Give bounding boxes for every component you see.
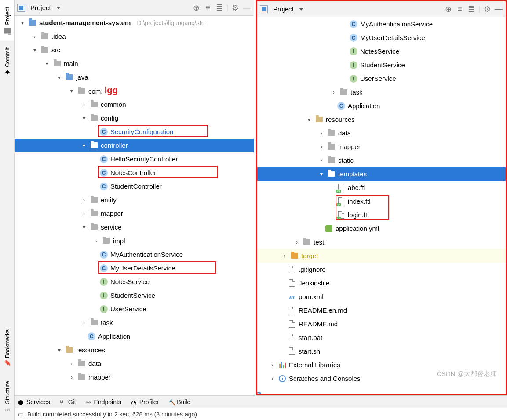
chevron-down-icon[interactable]: ▾ [56, 74, 63, 80]
expand-all-icon[interactable]: ≡ [204, 4, 212, 12]
tree-item[interactable]: CMyUserDetailsService [257, 31, 506, 44]
tab-services[interactable]: ⬢Services [18, 398, 50, 405]
collapse-all-icon[interactable]: ≣ [215, 4, 224, 12]
chevron-down-icon[interactable]: ▾ [318, 171, 325, 177]
pane-title[interactable]: Project [270, 5, 296, 13]
chevron-right-icon[interactable]: › [318, 157, 325, 164]
tree-item[interactable]: index.ftl [257, 194, 506, 208]
tree-item[interactable]: start.bat [257, 331, 506, 344]
chevron-right-icon[interactable]: › [330, 89, 337, 95]
tree-item[interactable]: ▾ resources [15, 343, 254, 357]
tree-item-excluded[interactable]: ›target [257, 249, 506, 263]
tree-item[interactable]: › entity [15, 193, 254, 207]
tree-item[interactable]: ›static [257, 153, 506, 167]
tree-item[interactable]: application.yml [257, 222, 506, 235]
tree-item[interactable]: README.en.md [257, 303, 506, 317]
tree-item[interactable]: ›data [257, 126, 506, 140]
tree-item[interactable]: › common [15, 98, 254, 111]
chevron-down-icon[interactable] [56, 7, 61, 9]
tree-item[interactable]: C SecurityConfiguration [15, 125, 254, 139]
chevron-right-icon[interactable]: › [318, 144, 325, 150]
chevron-right-icon[interactable]: › [68, 374, 75, 380]
chevron-right-icon[interactable]: › [281, 253, 288, 259]
tree-item[interactable]: C MyAuthenticationService [15, 248, 254, 261]
project-tree[interactable]: ▾ student-management-system D:\projects\… [15, 16, 254, 395]
chevron-down-icon[interactable]: ▾ [31, 47, 38, 53]
tree-item[interactable]: › mapper [15, 370, 254, 384]
tree-root[interactable]: ▾ student-management-system D:\projects\… [15, 16, 254, 29]
tree-item[interactable]: INotesService [257, 44, 506, 58]
tree-item[interactable]: › mapper [15, 207, 254, 220]
tree-item[interactable]: Jenkinsfile [257, 276, 506, 290]
tree-item[interactable]: .gitignore [257, 263, 506, 276]
tree-item[interactable]: C Application [15, 329, 254, 343]
tree-item[interactable]: C StudentController [15, 179, 254, 193]
hide-icon[interactable]: — [494, 5, 503, 14]
tree-item[interactable]: I UserService [15, 302, 254, 316]
tree-item[interactable]: IUserService [257, 72, 506, 85]
chevron-down-icon[interactable] [299, 8, 303, 11]
chevron-right-icon[interactable]: › [68, 361, 75, 367]
tab-endpoints[interactable]: ⚯Endpoints [86, 398, 121, 405]
select-file-icon[interactable]: ⊕ [444, 5, 453, 14]
tree-item[interactable]: CApplication [257, 99, 506, 113]
tree-item[interactable]: ›test [257, 235, 506, 249]
chevron-right-icon[interactable]: › [80, 211, 88, 217]
pane-title[interactable]: Project [28, 4, 54, 11]
chevron-right-icon[interactable]: › [80, 320, 88, 326]
tree-item-selected[interactable]: ▾templates [257, 167, 506, 181]
tree-item[interactable]: C HelloSecurityController [15, 152, 254, 166]
chevron-down-icon[interactable]: ▾ [80, 224, 88, 230]
gear-icon[interactable]: ⚙ [231, 4, 240, 12]
chevron-right-icon[interactable]: › [293, 239, 300, 245]
tree-item[interactable]: mpom.xml [257, 290, 506, 303]
project-tree[interactable]: CMyAuthenticationService CMyUserDetailsS… [257, 17, 506, 394]
tab-profiler[interactable]: ◔Profiler [131, 398, 159, 405]
tree-item[interactable]: I StudentService [15, 289, 254, 302]
tree-item[interactable]: ▾ service [15, 220, 254, 234]
tree-item[interactable]: start.sh [257, 344, 506, 358]
tab-bookmarks[interactable]: 🔖 Bookmarks [0, 322, 14, 374]
tree-item[interactable]: › .idea [15, 29, 254, 43]
gear-icon[interactable]: ⚙ [483, 5, 492, 14]
tree-item[interactable]: ▾resources [257, 113, 506, 126]
tree-item[interactable]: ›mapper [257, 140, 506, 153]
tree-item[interactable]: IStudentService [257, 58, 506, 72]
tree-item[interactable]: CMyAuthenticationService [257, 17, 506, 31]
tree-item[interactable]: ▾ main [15, 57, 254, 70]
chevron-right-icon[interactable]: › [80, 102, 88, 108]
select-file-icon[interactable]: ⊕ [192, 4, 201, 12]
tree-item[interactable]: I NotesService [15, 275, 254, 289]
tree-item[interactable]: ▾ com. lgg [15, 84, 254, 98]
chevron-down-icon[interactable]: ▾ [306, 117, 313, 123]
tab-commit[interactable]: ◆ Commit [0, 40, 14, 83]
expand-all-icon[interactable]: ≡ [456, 5, 464, 14]
collapse-all-icon[interactable]: ≣ [467, 5, 476, 14]
chevron-right-icon[interactable]: › [80, 197, 88, 203]
tree-item[interactable]: ›task [257, 85, 506, 99]
tab-project[interactable]: Project [0, 0, 14, 40]
chevron-down-icon[interactable]: ▾ [80, 115, 88, 121]
tree-item[interactable]: abc.ftl [257, 181, 506, 194]
hide-icon[interactable]: — [242, 4, 251, 12]
tree-item-selected[interactable]: ▾ controller [15, 139, 254, 152]
tree-item[interactable]: ▾ java [15, 70, 254, 84]
tree-item[interactable]: › task [15, 316, 254, 329]
chevron-down-icon[interactable]: ▾ [56, 347, 63, 353]
tree-item[interactable]: C MyUserDetailsService [15, 261, 254, 275]
chevron-down-icon[interactable]: ▾ [80, 142, 88, 149]
tree-item[interactable]: README.md [257, 317, 506, 331]
chevron-down-icon[interactable]: ▾ [68, 88, 75, 94]
tab-git[interactable]: ⑂Git [60, 398, 76, 405]
chevron-down-icon[interactable]: ▾ [44, 61, 51, 67]
tree-item[interactable]: ▾ src [15, 43, 254, 57]
chevron-down-icon[interactable]: ▾ [19, 20, 26, 26]
tree-item[interactable]: › impl [15, 234, 254, 248]
chevron-right-icon[interactable]: › [31, 33, 38, 40]
chevron-right-icon[interactable]: › [269, 362, 276, 368]
tab-build[interactable]: 🔨Build [168, 398, 190, 405]
tree-item[interactable]: C NotesController [15, 166, 254, 179]
chevron-right-icon[interactable]: › [93, 238, 100, 244]
chevron-right-icon[interactable]: › [269, 376, 276, 382]
tree-item[interactable]: login.ftl [257, 208, 506, 222]
